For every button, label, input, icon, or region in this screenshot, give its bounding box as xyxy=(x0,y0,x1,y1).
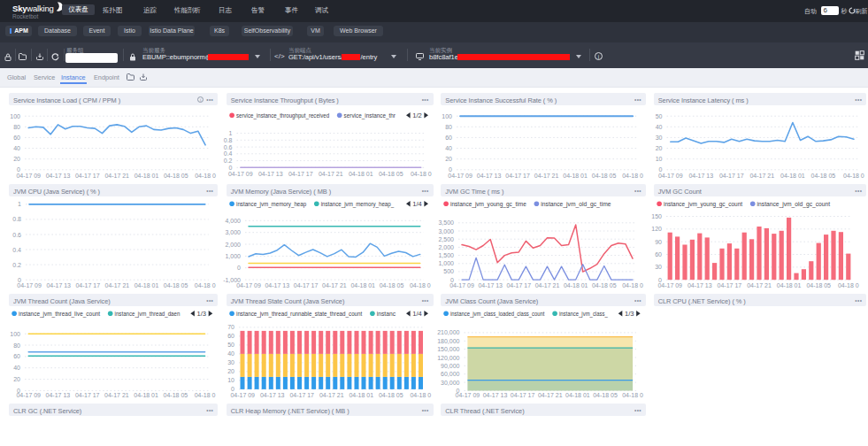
svg-text:04-17 13: 04-17 13 xyxy=(687,282,712,288)
svg-text:150: 150 xyxy=(651,213,662,219)
svg-text:04-17 13: 04-17 13 xyxy=(477,173,502,179)
svg-text:04-18 0: 04-18 0 xyxy=(843,173,864,179)
svg-text:1,000: 1,000 xyxy=(225,253,241,259)
svg-text:04-18 01: 04-18 01 xyxy=(564,282,588,288)
svg-text:instance_jvm_old_gc_count: instance_jvm_old_gc_count xyxy=(757,200,830,208)
svg-text:04-17 17: 04-17 17 xyxy=(506,173,531,179)
svg-text:1: 1 xyxy=(18,202,21,208)
svg-text:40: 40 xyxy=(227,351,234,358)
svg-text:1,000: 1,000 xyxy=(439,260,455,266)
svg-text:04-17 21: 04-17 21 xyxy=(105,282,130,288)
svg-text:service_instance_thr: service_instance_thr xyxy=(343,112,396,119)
svg-text:04-18 01: 04-18 01 xyxy=(564,173,588,179)
svg-text:04-17 17: 04-17 17 xyxy=(293,282,318,288)
svg-text:04-17 13: 04-17 13 xyxy=(265,282,289,288)
svg-text:40: 40 xyxy=(13,365,20,371)
svg-text:04-18 05: 04-18 05 xyxy=(592,173,617,179)
svg-text:0: 0 xyxy=(237,265,241,271)
svg-text:04-18 01: 04-18 01 xyxy=(776,282,801,288)
svg-text:90: 90 xyxy=(655,239,662,245)
svg-text:instance_jvm_thread_live_count: instance_jvm_thread_live_count xyxy=(19,310,100,318)
svg-text:04-17 09: 04-17 09 xyxy=(449,173,473,179)
svg-text:30: 30 xyxy=(227,360,234,366)
svg-text:04-17 13: 04-17 13 xyxy=(260,392,285,398)
svg-text:04-17 17: 04-17 17 xyxy=(717,282,741,288)
svg-text:04-17 09: 04-17 09 xyxy=(16,173,41,179)
svg-text:40: 40 xyxy=(655,124,662,130)
svg-text:04-18 01: 04-18 01 xyxy=(350,282,375,288)
svg-text:04-17 13: 04-17 13 xyxy=(258,171,283,177)
svg-text:04-18 01: 04-18 01 xyxy=(134,282,159,288)
svg-text:04-18 0: 04-18 0 xyxy=(623,173,644,179)
svg-text:04-17 21: 04-17 21 xyxy=(535,282,560,288)
svg-text:instance_jvm_old_gc_time: instance_jvm_old_gc_time xyxy=(542,200,611,208)
svg-text:40: 40 xyxy=(446,145,453,151)
svg-text:04-18 0: 04-18 0 xyxy=(410,392,431,398)
svg-text:70: 70 xyxy=(227,325,234,331)
svg-text:60: 60 xyxy=(655,251,662,258)
svg-text:04-18 01: 04-18 01 xyxy=(134,173,159,179)
svg-text:04-18 05: 04-18 05 xyxy=(810,173,835,179)
svg-text:instance_jvm_young_gc_time: instance_jvm_young_gc_time xyxy=(450,200,526,208)
svg-text:04-17 09: 04-17 09 xyxy=(657,282,682,288)
svg-text:1: 1 xyxy=(228,130,232,136)
svg-text:60: 60 xyxy=(446,135,453,141)
svg-text:0.2: 0.2 xyxy=(12,262,21,268)
svg-text:1/4: 1/4 xyxy=(412,200,422,208)
svg-text:04-18 01: 04-18 01 xyxy=(349,392,373,398)
svg-text:90,000: 90,000 xyxy=(441,363,460,369)
svg-text:0.6: 0.6 xyxy=(223,144,232,150)
svg-text:04-17 09: 04-17 09 xyxy=(236,282,261,288)
svg-text:04-17 21: 04-17 21 xyxy=(538,392,563,398)
svg-text:60: 60 xyxy=(13,354,20,360)
svg-text:04-18 05: 04-18 05 xyxy=(379,282,403,288)
svg-text:04-17 17: 04-17 17 xyxy=(719,173,744,179)
svg-text:0.8: 0.8 xyxy=(12,217,21,223)
svg-text:04-17 17: 04-17 17 xyxy=(288,171,313,177)
svg-text:30,000: 30,000 xyxy=(441,380,460,386)
svg-text:instance_jvm_memory_heap: instance_jvm_memory_heap xyxy=(236,200,306,208)
svg-text:04-18 05: 04-18 05 xyxy=(379,171,403,177)
svg-text:1/3: 1/3 xyxy=(197,310,207,318)
svg-text:2,000: 2,000 xyxy=(439,244,455,250)
svg-text:instance_jvm_thread_runnable_s: instance_jvm_thread_runnable_state_threa… xyxy=(236,310,362,318)
svg-text:04-18 0: 04-18 0 xyxy=(195,282,216,288)
svg-text:3,500: 3,500 xyxy=(439,220,455,227)
svg-text:04-18 01: 04-18 01 xyxy=(565,392,590,398)
svg-text:1/2: 1/2 xyxy=(412,112,422,119)
svg-text:3,000: 3,000 xyxy=(225,229,241,235)
svg-text:04-17 21: 04-17 21 xyxy=(319,392,344,398)
svg-text:04-18 0: 04-18 0 xyxy=(410,282,431,288)
svg-text:04-17 09: 04-17 09 xyxy=(658,173,683,179)
svg-text:service_instance_throughput_re: service_instance_throughput_received xyxy=(236,112,329,119)
svg-text:04-17 13: 04-17 13 xyxy=(46,173,71,179)
svg-text:50: 50 xyxy=(655,113,662,119)
svg-text:04-17 09: 04-17 09 xyxy=(456,392,480,398)
svg-text:04-18 0: 04-18 0 xyxy=(622,282,643,288)
svg-text:04-17 21: 04-17 21 xyxy=(319,171,343,177)
svg-text:04-17 21: 04-17 21 xyxy=(749,173,774,179)
svg-text:04-18 05: 04-18 05 xyxy=(164,173,188,179)
svg-text:04-17 09: 04-17 09 xyxy=(230,392,255,398)
svg-text:04-18 0: 04-18 0 xyxy=(838,282,859,288)
svg-text:04-18 05: 04-18 05 xyxy=(164,392,188,398)
svg-text:04-17 09: 04-17 09 xyxy=(449,282,474,288)
svg-text:1,500: 1,500 xyxy=(439,252,455,258)
svg-text:20: 20 xyxy=(227,369,234,375)
svg-text:120,000: 120,000 xyxy=(437,355,459,361)
svg-text:40: 40 xyxy=(13,145,20,151)
svg-text:04-17 21: 04-17 21 xyxy=(104,392,129,398)
svg-text:instance_jvm_young_gc_count: instance_jvm_young_gc_count xyxy=(664,200,742,208)
svg-text:3,000: 3,000 xyxy=(439,228,455,235)
svg-text:210,000: 210,000 xyxy=(437,330,459,336)
svg-text:04-18 0: 04-18 0 xyxy=(623,392,644,398)
svg-text:20: 20 xyxy=(655,145,662,151)
svg-text:120: 120 xyxy=(651,227,662,233)
svg-text:04-18 0: 04-18 0 xyxy=(195,392,216,398)
svg-text:0.4: 0.4 xyxy=(12,247,21,253)
svg-text:04-17 17: 04-17 17 xyxy=(511,392,535,398)
svg-text:04-17 17: 04-17 17 xyxy=(75,392,100,398)
svg-text:04-18 01: 04-18 01 xyxy=(780,173,805,179)
svg-text:instance_jvm_thread_daen: instance_jvm_thread_daen xyxy=(115,310,181,318)
svg-text:04-17 13: 04-17 13 xyxy=(483,392,508,398)
